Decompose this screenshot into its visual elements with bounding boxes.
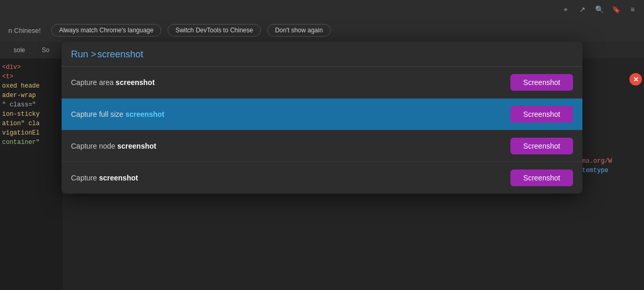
search-input-container: Run > — [71, 49, 573, 60]
result-capture-node-text: Capture node screenshot — [71, 142, 156, 150]
language-banner: n Chinese! Always match Chrome's languag… — [0, 19, 644, 42]
top-toolbar: ⌖ ↗ 🔍 🔖 ≡ — [0, 0, 644, 19]
switch-devtools-btn[interactable]: Switch DevTools to Chinese — [168, 24, 261, 37]
dont-show-btn[interactable]: Don't show again — [267, 24, 331, 37]
result-capture-area[interactable]: Capture area screenshot Screenshot — [62, 67, 582, 99]
capture-node-btn[interactable]: Screenshot — [510, 138, 573, 154]
capture-screenshot-btn[interactable]: Screenshot — [510, 170, 573, 186]
command-search-input[interactable] — [98, 49, 573, 60]
pointer-icon[interactable]: ↗ — [577, 4, 588, 15]
always-match-btn[interactable]: Always match Chrome's language — [51, 24, 161, 37]
search-icon[interactable]: 🔍 — [594, 4, 604, 15]
cursor-icon[interactable]: ⌖ — [560, 4, 571, 15]
result-capture-screenshot[interactable]: Capture screenshot Screenshot — [62, 162, 582, 194]
code-area-left: <div> <t> oxed heade ader-wrap " class="… — [0, 58, 63, 290]
command-palette-modal: Run > Capture area screenshot Screenshot… — [62, 42, 582, 194]
capture-full-btn[interactable]: Screenshot — [510, 106, 573, 123]
bookmark-icon[interactable]: 🔖 — [611, 4, 621, 15]
search-area: Run > — [62, 42, 582, 67]
banner-text: n Chinese! — [8, 27, 41, 34]
result-capture-screenshot-text: Capture screenshot — [71, 174, 138, 182]
result-capture-area-text: Capture area screenshot — [71, 78, 154, 87]
search-prefix: Run > — [71, 49, 97, 60]
result-capture-full[interactable]: Capture full size screenshot Screenshot — [62, 99, 582, 130]
result-capture-node[interactable]: Capture node screenshot Screenshot — [62, 130, 582, 162]
menu-icon[interactable]: ≡ — [627, 4, 638, 15]
result-capture-full-text: Capture full size screenshot — [71, 110, 164, 118]
code-area-right: ema.org/W itemtype — [576, 58, 644, 290]
close-button[interactable]: ✕ — [629, 73, 642, 86]
capture-area-btn[interactable]: Screenshot — [510, 74, 573, 91]
tab-sources[interactable]: So — [33, 43, 58, 57]
tab-console[interactable]: sole — [5, 43, 33, 57]
